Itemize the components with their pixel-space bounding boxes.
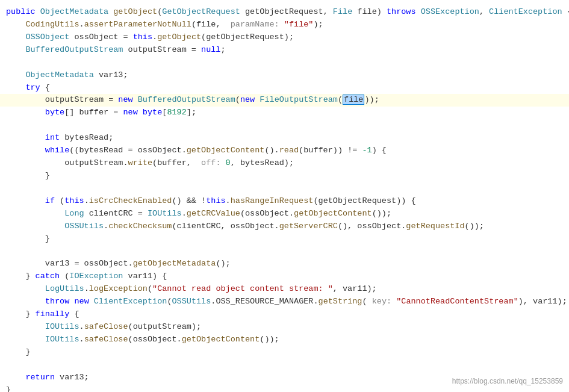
code-line-3: OSSObject ossObject = this.getObject(get… — [0, 31, 569, 44]
code-line-1: public ObjectMetadata getObject(GetObjec… — [0, 6, 569, 19]
code-line-7: try { — [0, 82, 569, 95]
code-line-24: throw new ClientException(OSSUtils.OSS_R… — [0, 296, 569, 308]
code-line-20 — [0, 246, 569, 258]
code-line-18: OSSUtils.checkChecksum(clientCRC, ossObj… — [0, 220, 569, 233]
code-line-25: } finally { — [0, 308, 569, 321]
watermark: https://blog.csdn.net/qq_15253859 — [452, 376, 563, 387]
code-line-9: byte[] buffer = new byte[8192]; — [0, 107, 569, 119]
code-line-17: Long clientCRC = IOUtils.getCRCValue(oss… — [0, 208, 569, 220]
code-line-5 — [0, 57, 569, 69]
code-line-4: BufferedOutputStream outputStream = null… — [0, 44, 569, 57]
code-line-8: outputStream = new BufferedOutputStream(… — [0, 94, 569, 107]
code-line-22: } catch (IOException var11) { — [0, 270, 569, 283]
code-line-16: if (this.isCrcCheckEnabled() && !this.ha… — [0, 195, 569, 208]
code-line-14: } — [0, 170, 569, 182]
code-line-10 — [0, 119, 569, 132]
code-line-2: CodingUtils.assertParameterNotNull(file,… — [0, 19, 569, 31]
code-line-12: while((bytesRead = ossObject.getObjectCo… — [0, 145, 569, 157]
code-line-21: var13 = ossObject.getObjectMetadata(); — [0, 258, 569, 270]
code-line-11: int bytesRead; — [0, 132, 569, 145]
code-editor: public ObjectMetadata getObject(GetObjec… — [0, 0, 569, 392]
code-line-26: IOUtils.safeClose(outputStream); — [0, 321, 569, 334]
code-line-27: IOUtils.safeClose(ossObject.getObjectCon… — [0, 334, 569, 346]
code-line-28: } — [0, 346, 569, 359]
code-line-6: ObjectMetadata var13; — [0, 69, 569, 82]
code-line-15 — [0, 182, 569, 195]
code-line-13: outputStream.write(buffer, off: 0, bytes… — [0, 157, 569, 170]
code-lines: public ObjectMetadata getObject(GetObjec… — [0, 6, 569, 392]
code-line-23: LogUtils.logException("Cannot read objec… — [0, 283, 569, 296]
code-line-29 — [0, 359, 569, 372]
code-line-19: } — [0, 233, 569, 246]
